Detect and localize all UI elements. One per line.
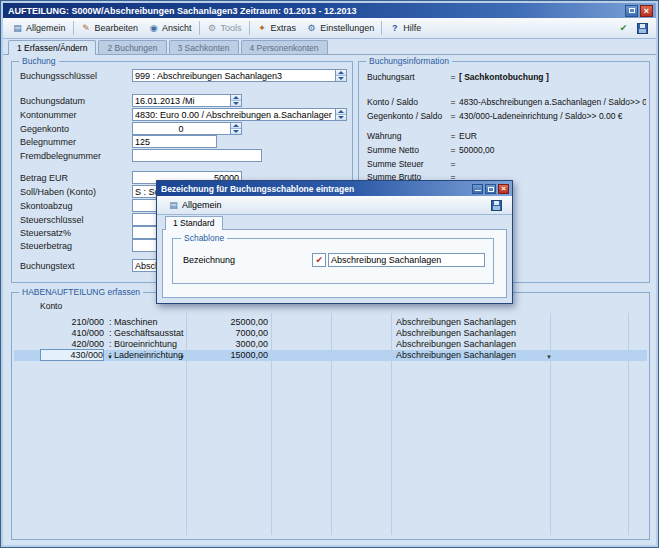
spin-down-icon[interactable] — [231, 101, 241, 106]
dialog-minimize-button[interactable] — [472, 184, 483, 194]
info-label: Summe Netto — [367, 145, 447, 156]
table-row[interactable]: 410/000 : Geschäftsausstat 7000,00 Absch… — [14, 328, 647, 339]
menu-tools[interactable]: ⚙ Tools — [202, 20, 247, 37]
dialog-tab-panel: Schablone Bezeichnung ✔ Abschreibung Sac… — [162, 229, 507, 298]
tabbar: 1 Erfassen/Ändern 2 Buchungen 3 Sachkont… — [3, 39, 656, 55]
table-row[interactable]: 420/000 : Büroeinrichtung 3000,00 Abschr… — [14, 339, 647, 350]
spinner[interactable] — [335, 109, 346, 120]
menu-label: Allgemein — [182, 200, 222, 210]
field-label: Gegenkonto — [20, 124, 132, 134]
spin-down-icon[interactable] — [336, 76, 346, 81]
kontonummer-input[interactable]: 4830: Euro 0.00 / Abschreibungen a.Sacha… — [132, 108, 347, 121]
save-icon[interactable] — [491, 200, 502, 211]
allgemein-icon: ▤ — [168, 200, 179, 211]
spin-down-icon[interactable] — [231, 129, 241, 134]
equals-sign: = — [447, 72, 459, 83]
bezeichnung-input[interactable]: Abschreibung Sachanlagen — [328, 253, 485, 267]
equals-sign: = — [447, 97, 459, 108]
info-label: Währung — [367, 131, 447, 142]
confirm-icon[interactable]: ✔ — [618, 23, 629, 34]
save-icon[interactable] — [637, 23, 648, 34]
cell-name[interactable]: : Geschäftsausstat — [109, 328, 187, 339]
cell-konto[interactable]: 210/000 — [40, 317, 104, 328]
cell-text[interactable]: Abschreibungen Sachanlagen — [396, 328, 546, 339]
field-label: Buchungsschlüssel — [20, 71, 132, 81]
cell-konto[interactable]: 410/000 — [40, 328, 104, 339]
table-row[interactable]: 210/000 : Maschinen 25000,00 Abschreibun… — [14, 317, 647, 328]
dialog-title: Bezeichnung für Buchungsschablone eintra… — [157, 184, 354, 194]
bezeichnung-label: Bezeichnung — [183, 255, 312, 265]
menu-bearbeiten[interactable]: ✎ Bearbeiten — [76, 20, 144, 37]
cell-amount[interactable]: 15000,00 — [188, 350, 268, 361]
info-value: 430/000-Ladeneinrichtung / Saldo>> 0.00 … — [459, 111, 646, 122]
menu-allgemein[interactable]: ▤ Allgemein — [7, 20, 71, 37]
dialog-close-button[interactable]: × — [498, 184, 509, 194]
view-icon: ◉ — [148, 23, 159, 34]
buchungsschluessel-input[interactable]: 999 : Abschreibungen Sachanlagen3 — [132, 69, 347, 82]
tab-sachkonten[interactable]: 3 Sachkonten — [169, 40, 239, 54]
buchung-group-title: Buchung — [19, 56, 59, 66]
info-value: 4830-Abschreibungen a.Sachanlagen / Sald… — [459, 97, 646, 108]
spinner[interactable] — [230, 123, 241, 134]
menu-extras[interactable]: ✦ Extras — [252, 20, 302, 37]
cell-amount[interactable]: 7000,00 — [188, 328, 268, 339]
menu-einstellungen[interactable]: ⚙ Einstellungen — [301, 20, 379, 37]
cell-name[interactable]: : Büroeinrichtung — [109, 339, 187, 350]
info-value: [ Sachkontobuchung ] — [459, 72, 646, 83]
menu-label: Extras — [271, 23, 297, 33]
info-group-title: Buchungsinformation — [366, 56, 452, 66]
field-label: Fremdbelegnummer — [20, 151, 132, 161]
menu-label: Hilfe — [403, 23, 421, 33]
cell-text[interactable]: Abschreibungen Sachanlagen — [396, 339, 546, 350]
info-label: Gegenkonto / Saldo — [367, 111, 447, 122]
spinner[interactable] — [335, 70, 346, 81]
info-value: 50000,00 — [459, 145, 646, 156]
cell-text[interactable]: Abschreibungen Sachanlagen — [396, 317, 546, 328]
field-label: Buchungstext — [20, 261, 132, 271]
cell-amount[interactable]: 3000,00 — [188, 339, 268, 350]
dialog-maximize-button[interactable] — [485, 184, 496, 194]
edit-icon: ✔ — [315, 255, 323, 265]
cell-konto[interactable]: 430/000 — [40, 349, 104, 361]
spinner[interactable] — [230, 95, 241, 106]
cell-name[interactable]: : Ladeneinrichtung — [109, 350, 187, 361]
edit-button[interactable]: ✔ — [312, 253, 326, 267]
tools-icon: ⚙ — [207, 23, 218, 34]
window-title: AUFTEILUNG: S000W/Abschreibungen Sachanl… — [3, 6, 357, 16]
dropdown-icon[interactable]: ▼ — [179, 352, 185, 363]
info-value — [459, 159, 646, 170]
restore-icon — [629, 8, 635, 13]
dialog-menu-allgemein[interactable]: ▤ Allgemein — [163, 197, 227, 214]
cell-text[interactable]: Abschreibungen Sachanlagen — [396, 350, 546, 361]
spin-down-icon[interactable] — [336, 115, 346, 120]
menu-label: Allgemein — [26, 23, 66, 33]
field-label: Steuerbetrag — [20, 241, 132, 251]
dropdown-icon[interactable]: ▼ — [546, 352, 552, 363]
dialog-tab-standard[interactable]: 1 Standard — [165, 216, 223, 230]
table-row-selected[interactable]: 430/000 ▼ : Ladeneinrichtung ▼ 15000,00 … — [14, 350, 647, 361]
field-label: Betrag EUR — [20, 173, 132, 183]
fremdbelegnummer-input[interactable] — [132, 149, 262, 162]
info-label: Summe Steuer — [367, 159, 447, 170]
tab-buchungen[interactable]: 2 Buchungen — [98, 40, 166, 54]
habenaufteilung-group: HABENAUFTEILUNG erfassen Konto 210/000 :… — [11, 292, 650, 540]
maximize-icon — [488, 187, 494, 192]
close-button[interactable]: × — [640, 5, 653, 17]
menu-ansicht[interactable]: ◉ Ansicht — [143, 20, 197, 37]
belegnummer-input[interactable]: 125 — [132, 135, 217, 148]
dialog-menubar: ▤ Allgemein — [157, 196, 512, 215]
field-label: Steuerschlüssel — [20, 215, 132, 225]
field-label: Kontonummer — [20, 110, 132, 120]
cell-name[interactable]: : Maschinen — [109, 317, 187, 328]
field-label: Steuersatz% — [20, 228, 132, 238]
tab-personenkonten[interactable]: 4 Personenkonten — [241, 40, 328, 54]
app-window: AUFTEILUNG: S000W/Abschreibungen Sachanl… — [0, 0, 659, 548]
info-label: Konto / Saldo — [367, 97, 447, 108]
menu-hilfe[interactable]: ? Hilfe — [384, 20, 426, 37]
buchungsdatum-input[interactable]: 16.01.2013 /Mi — [132, 94, 242, 107]
gegenkonto-input[interactable]: 0 — [132, 122, 242, 135]
edit-menu-icon: ✎ — [81, 23, 92, 34]
cell-amount[interactable]: 25000,00 — [188, 317, 268, 328]
restore-button[interactable] — [625, 5, 638, 17]
tab-erfassen-aendern[interactable]: 1 Erfassen/Ändern — [8, 40, 96, 55]
